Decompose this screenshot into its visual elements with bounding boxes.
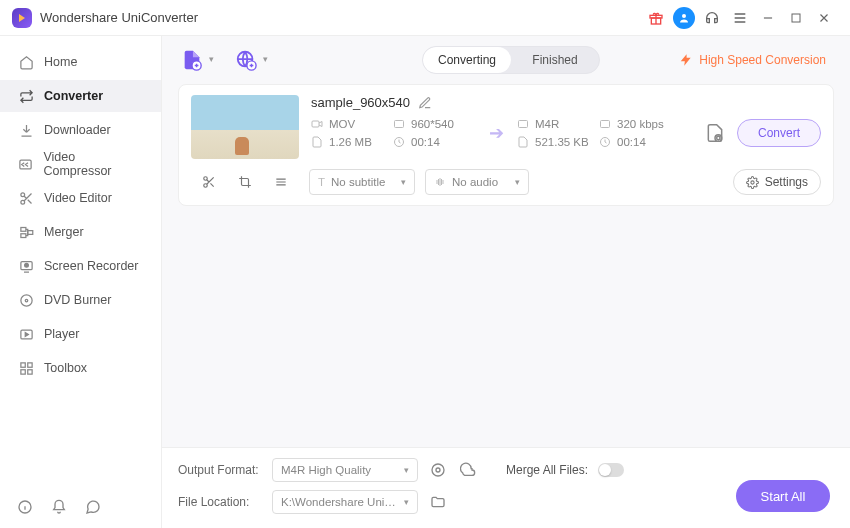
svg-point-11 <box>24 263 28 267</box>
tab-switch: Converting Finished <box>422 46 600 74</box>
output-settings-icon[interactable] <box>701 119 729 147</box>
open-folder-icon[interactable] <box>428 492 448 512</box>
file-icon <box>311 136 323 148</box>
feedback-icon[interactable] <box>84 498 102 516</box>
settings-button[interactable]: Settings <box>733 169 821 195</box>
svg-rect-27 <box>601 121 610 128</box>
add-url-button[interactable]: ▾ <box>232 46 260 74</box>
trim-icon[interactable] <box>199 172 219 192</box>
scissors-icon <box>18 190 34 206</box>
svg-point-33 <box>751 180 754 183</box>
sidebar-item-label: Toolbox <box>44 361 87 375</box>
sidebar-item-screen-recorder[interactable]: Screen Recorder <box>0 250 161 282</box>
svg-rect-15 <box>20 362 24 366</box>
preset-settings-icon[interactable] <box>428 460 448 480</box>
app-logo <box>12 8 32 28</box>
convert-button[interactable]: Convert <box>737 119 821 147</box>
app-title: Wondershare UniConverter <box>40 10 198 25</box>
compress-icon <box>18 156 33 172</box>
chevron-down-icon: ▾ <box>209 54 214 64</box>
file-location-dropdown[interactable]: K:\Wondershare UniConverter ▾ <box>272 490 418 514</box>
waveform-icon <box>434 176 446 188</box>
svg-rect-18 <box>27 369 31 373</box>
cloud-icon[interactable] <box>458 460 478 480</box>
sidebar-item-label: Video Compressor <box>43 150 143 178</box>
svg-rect-17 <box>20 369 24 373</box>
sidebar-item-converter[interactable]: Converter <box>0 80 161 112</box>
support-icon[interactable] <box>698 4 726 32</box>
svg-rect-9 <box>27 230 32 234</box>
svg-rect-7 <box>20 227 25 231</box>
svg-point-34 <box>436 468 440 472</box>
audio-dropdown[interactable]: No audio ▾ <box>425 169 529 195</box>
sidebar-item-label: Downloader <box>44 123 111 137</box>
sidebar-item-merger[interactable]: Merger <box>0 216 161 248</box>
gear-icon <box>746 176 759 189</box>
menu-icon[interactable] <box>726 4 754 32</box>
gift-icon[interactable] <box>642 4 670 32</box>
svg-rect-16 <box>27 362 31 366</box>
file-icon <box>517 136 529 148</box>
sidebar-item-downloader[interactable]: Downloader <box>0 114 161 146</box>
sidebar-item-video-compressor[interactable]: Video Compressor <box>0 148 161 180</box>
more-icon[interactable] <box>271 172 291 192</box>
record-icon <box>18 258 34 274</box>
user-avatar-icon[interactable] <box>670 4 698 32</box>
output-format-label: Output Format: <box>178 463 262 477</box>
subtitle-dropdown[interactable]: T No subtitle ▾ <box>309 169 415 195</box>
svg-point-13 <box>25 299 28 302</box>
merge-toggle[interactable] <box>598 463 624 477</box>
svg-point-12 <box>20 294 31 305</box>
convert-icon <box>18 88 34 104</box>
dimensions-icon <box>393 118 405 130</box>
chevron-down-icon: ▾ <box>515 177 520 187</box>
svg-point-31 <box>204 177 208 181</box>
disc-icon <box>18 292 34 308</box>
svg-point-32 <box>204 184 208 188</box>
edit-name-icon[interactable] <box>418 96 432 110</box>
video-icon <box>311 118 323 130</box>
file-location-label: File Location: <box>178 495 262 509</box>
minimize-icon[interactable] <box>754 4 782 32</box>
start-all-button[interactable]: Start All <box>736 480 830 512</box>
svg-point-2 <box>682 14 686 18</box>
sidebar-item-label: DVD Burner <box>44 293 111 307</box>
sidebar-item-player[interactable]: Player <box>0 318 161 350</box>
maximize-icon[interactable] <box>782 4 810 32</box>
bell-icon[interactable] <box>50 498 68 516</box>
svg-point-35 <box>432 464 444 476</box>
merge-icon <box>18 224 34 240</box>
output-format-dropdown[interactable]: M4R High Quality ▾ <box>272 458 418 482</box>
svg-rect-3 <box>792 14 800 22</box>
chevron-down-icon: ▾ <box>401 177 406 187</box>
info-icon[interactable] <box>16 498 34 516</box>
chevron-down-icon: ▾ <box>404 497 409 507</box>
sidebar-item-home[interactable]: Home <box>0 46 161 78</box>
clock-icon <box>599 136 611 148</box>
sidebar-item-label: Merger <box>44 225 84 239</box>
bolt-icon <box>679 53 693 67</box>
crop-icon[interactable] <box>235 172 255 192</box>
arrow-right-icon: ➔ <box>481 122 511 144</box>
svg-rect-24 <box>395 121 404 128</box>
grid-icon <box>18 360 34 376</box>
sidebar-item-label: Video Editor <box>44 191 112 205</box>
chevron-down-icon: ▾ <box>263 54 268 64</box>
sidebar-item-label: Home <box>44 55 77 69</box>
sidebar-item-toolbox[interactable]: Toolbox <box>0 352 161 384</box>
sidebar-item-dvd-burner[interactable]: DVD Burner <box>0 284 161 316</box>
merge-label: Merge All Files: <box>506 463 588 477</box>
chevron-down-icon: ▾ <box>404 465 409 475</box>
add-file-button[interactable]: ▾ <box>178 46 206 74</box>
high-speed-label: High Speed Conversion <box>699 53 826 67</box>
sidebar-item-label: Player <box>44 327 79 341</box>
close-icon[interactable] <box>810 4 838 32</box>
file-name: sample_960x540 <box>311 95 410 110</box>
tab-converting[interactable]: Converting <box>423 47 511 73</box>
video-thumbnail[interactable] <box>191 95 299 159</box>
tab-finished[interactable]: Finished <box>511 47 599 73</box>
sidebar-item-video-editor[interactable]: Video Editor <box>0 182 161 214</box>
high-speed-toggle[interactable]: High Speed Conversion <box>671 53 834 67</box>
clock-icon <box>393 136 405 148</box>
svg-rect-23 <box>312 121 319 127</box>
